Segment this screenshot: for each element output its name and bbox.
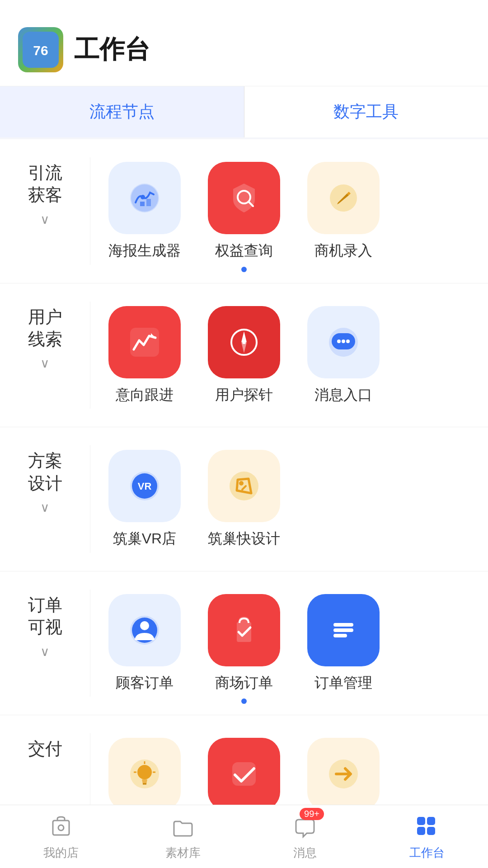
tool-rights-icon-bg — [208, 162, 280, 234]
svg-rect-27 — [333, 628, 353, 632]
tool-poster-icon-bg — [108, 162, 181, 234]
section-label-design: 方案设计 ∨ — [0, 445, 90, 553]
main-content: 引流获客 ∨ 海报生成器 — [0, 139, 488, 859]
nav-myshop[interactable]: 我的店 — [0, 812, 122, 861]
message-nav-icon: 99+ — [291, 812, 319, 841]
tool-quick-design[interactable]: 筑巢快设计 — [199, 445, 289, 553]
nav-materials-label: 素材库 — [165, 845, 201, 861]
section-leads: 用户线索 ∨ 意向跟进 — [0, 283, 488, 428]
svg-point-15 — [337, 340, 341, 343]
header: 76 工作台 — [0, 0, 488, 86]
svg-point-17 — [346, 340, 350, 343]
nav-materials[interactable]: 素材库 — [122, 812, 244, 861]
tab-flow[interactable]: 流程节点 — [0, 86, 244, 137]
person-icon — [127, 612, 163, 648]
pencil-icon — [325, 180, 361, 216]
tools-design: VR 筑巢VR店 筑巢快设计 — [90, 445, 488, 553]
nav-messages-label: 消息 — [293, 845, 317, 861]
compass-icon — [226, 324, 262, 360]
tools-attract: 海报生成器 权益查询 — [90, 157, 488, 265]
svg-point-22 — [239, 481, 244, 486]
bottom-nav: 我的店 素材库 99+ 消息 工作台 — [0, 805, 488, 868]
tool-order-mgmt[interactable]: 订单管理 — [298, 590, 389, 697]
list-icon — [325, 612, 361, 648]
tool-rights-name: 权益查询 — [215, 241, 273, 260]
tool-message-entry-name: 消息入口 — [314, 386, 372, 405]
svg-rect-40 — [417, 827, 425, 835]
chart-icon — [127, 180, 163, 216]
tool-followup-name: 意向跟进 — [116, 386, 174, 405]
tool-poster-name: 海报生成器 — [108, 241, 181, 260]
tool-customer-order-name: 顾客订单 — [116, 674, 174, 693]
tool-biz-name: 商机录入 — [314, 241, 372, 260]
tools-leads: 意向跟进 用户探针 — [90, 302, 488, 409]
chevron-design[interactable]: ∨ — [40, 500, 50, 515]
nav-myshop-label: 我的店 — [43, 845, 79, 861]
message-badge: 99+ — [300, 808, 324, 820]
section-design: 方案设计 ∨ VR 筑巢VR店 — [0, 427, 488, 571]
svg-point-37 — [58, 825, 64, 830]
check-red-icon — [226, 756, 262, 792]
arrow-right-icon — [325, 756, 361, 792]
svg-point-25 — [140, 621, 149, 630]
chat-icon — [325, 324, 361, 360]
nav-workbench[interactable]: 工作台 — [366, 812, 488, 861]
chevron-attract[interactable]: ∨ — [40, 212, 50, 227]
tool-probe[interactable]: 用户探针 — [199, 302, 289, 409]
svg-marker-12 — [241, 342, 247, 353]
vr-icon: VR — [127, 468, 163, 504]
svg-rect-26 — [333, 623, 353, 627]
check-bag-icon — [226, 612, 262, 648]
nav-messages[interactable]: 99+ 消息 — [244, 812, 366, 861]
svg-rect-41 — [427, 827, 435, 835]
section-label-leads: 用户线索 ∨ — [0, 302, 90, 409]
svg-point-4 — [141, 195, 145, 199]
section-orders: 订单可视 ∨ 顾客订单 — [0, 571, 488, 716]
tag-icon — [226, 468, 262, 504]
svg-point-30 — [137, 765, 152, 779]
svg-marker-11 — [241, 331, 247, 342]
section-attract: 引流获客 ∨ 海报生成器 — [0, 139, 488, 283]
tool-poster[interactable]: 海报生成器 — [99, 157, 190, 265]
tool-probe-name: 用户探针 — [215, 386, 273, 405]
tool-mall-order[interactable]: 商场订单 — [199, 590, 289, 697]
svg-point-16 — [342, 340, 345, 343]
chevron-orders[interactable]: ∨ — [40, 644, 50, 659]
folder-icon — [169, 812, 197, 841]
tool-vr[interactable]: VR 筑巢VR店 — [99, 445, 190, 553]
indicator-mall — [241, 698, 247, 704]
shop-icon — [47, 812, 75, 841]
tool-customer-order[interactable]: 顾客订单 — [99, 590, 190, 697]
tool-quick-design-name: 筑巢快设计 — [208, 529, 280, 548]
svg-point-21 — [230, 472, 258, 500]
svg-text:VR: VR — [138, 481, 152, 492]
tab-digital[interactable]: 数字工具 — [244, 86, 488, 137]
grid-icon — [413, 812, 441, 841]
tool-vr-name: 筑巢VR店 — [113, 529, 176, 548]
svg-rect-39 — [427, 817, 435, 825]
trend-icon — [127, 324, 163, 360]
search-shield-icon — [226, 180, 262, 216]
svg-rect-38 — [417, 817, 425, 825]
tabs-container: 流程节点 数字工具 — [0, 86, 488, 137]
tool-followup[interactable]: 意向跟进 — [99, 302, 190, 409]
page-title: 工作台 — [74, 33, 150, 67]
tool-biz-entry[interactable]: 商机录入 — [298, 157, 389, 265]
tool-message-entry[interactable]: 消息入口 — [298, 302, 389, 409]
nav-workbench-label: 工作台 — [409, 845, 445, 861]
tool-order-mgmt-name: 订单管理 — [314, 674, 372, 693]
section-label-orders: 订单可视 ∨ — [0, 590, 90, 697]
section-label-attract: 引流获客 ∨ — [0, 157, 90, 265]
bulb-icon — [127, 756, 163, 792]
indicator-rights — [241, 267, 247, 272]
svg-rect-28 — [333, 634, 347, 637]
tool-mall-order-name: 商场订单 — [215, 674, 273, 693]
chevron-leads[interactable]: ∨ — [40, 356, 50, 371]
avatar: 76 — [18, 27, 63, 72]
tools-orders: 顾客订单 商场订单 — [90, 590, 488, 697]
tool-biz-icon-bg — [307, 162, 380, 234]
tool-rights[interactable]: 权益查询 — [199, 157, 289, 265]
svg-text:76: 76 — [33, 43, 48, 58]
